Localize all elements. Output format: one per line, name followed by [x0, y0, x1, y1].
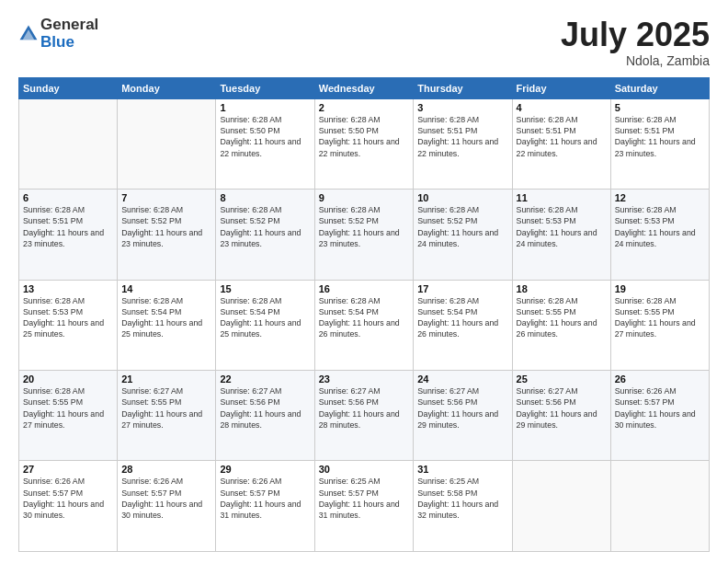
table-row: 28Sunrise: 6:26 AM Sunset: 5:57 PM Dayli…: [118, 461, 216, 552]
day-detail: Sunrise: 6:28 AM Sunset: 5:55 PM Dayligh…: [23, 385, 113, 431]
day-detail: Sunrise: 6:28 AM Sunset: 5:52 PM Dayligh…: [319, 204, 409, 249]
day-number: 7: [121, 192, 211, 203]
day-number: 23: [319, 373, 409, 385]
table-row: [512, 461, 610, 552]
day-detail: Sunrise: 6:28 AM Sunset: 5:55 PM Dayligh…: [615, 295, 705, 340]
col-tuesday: Tuesday: [216, 77, 314, 98]
day-number: 14: [121, 283, 211, 294]
day-number: 11: [517, 192, 607, 203]
table-row: 23Sunrise: 6:27 AM Sunset: 5:56 PM Dayli…: [314, 371, 413, 461]
day-detail: Sunrise: 6:27 AM Sunset: 5:56 PM Dayligh…: [220, 385, 310, 431]
day-detail: Sunrise: 6:28 AM Sunset: 5:54 PM Dayligh…: [417, 295, 507, 340]
day-number: 10: [417, 192, 507, 203]
day-number: 26: [615, 373, 705, 385]
table-row: 13Sunrise: 6:28 AM Sunset: 5:53 PM Dayli…: [19, 280, 118, 370]
day-number: 8: [220, 192, 310, 203]
col-saturday: Saturday: [610, 77, 709, 98]
day-number: 17: [417, 283, 507, 294]
day-detail: Sunrise: 6:26 AM Sunset: 5:57 PM Dayligh…: [615, 385, 705, 431]
table-row: 1Sunrise: 6:28 AM Sunset: 5:50 PM Daylig…: [216, 98, 314, 189]
day-number: 13: [23, 283, 113, 294]
page: General Blue July 2025 Ndola, Zambia Sun…: [0, 0, 728, 563]
day-detail: Sunrise: 6:27 AM Sunset: 5:56 PM Dayligh…: [417, 385, 507, 431]
table-row: 24Sunrise: 6:27 AM Sunset: 5:56 PM Dayli…: [414, 371, 512, 461]
table-row: 9Sunrise: 6:28 AM Sunset: 5:52 PM Daylig…: [314, 190, 413, 280]
table-row: 2Sunrise: 6:28 AM Sunset: 5:50 PM Daylig…: [314, 98, 413, 189]
day-number: 6: [23, 192, 113, 203]
day-detail: Sunrise: 6:28 AM Sunset: 5:52 PM Dayligh…: [121, 204, 211, 249]
table-row: [118, 98, 216, 189]
table-row: 25Sunrise: 6:27 AM Sunset: 5:56 PM Dayli…: [512, 371, 610, 461]
table-row: 16Sunrise: 6:28 AM Sunset: 5:54 PM Dayli…: [314, 280, 413, 370]
col-wednesday: Wednesday: [314, 77, 413, 98]
table-row: 21Sunrise: 6:27 AM Sunset: 5:55 PM Dayli…: [118, 371, 216, 461]
day-detail: Sunrise: 6:28 AM Sunset: 5:54 PM Dayligh…: [319, 295, 409, 340]
calendar-header-row: Sunday Monday Tuesday Wednesday Thursday…: [19, 77, 710, 98]
day-detail: Sunrise: 6:28 AM Sunset: 5:50 PM Dayligh…: [220, 114, 310, 159]
table-row: 7Sunrise: 6:28 AM Sunset: 5:52 PM Daylig…: [118, 190, 216, 280]
table-row: 17Sunrise: 6:28 AM Sunset: 5:54 PM Dayli…: [414, 280, 512, 370]
col-friday: Friday: [512, 77, 610, 98]
table-row: 10Sunrise: 6:28 AM Sunset: 5:52 PM Dayli…: [414, 190, 512, 280]
logo: General Blue: [18, 17, 98, 51]
calendar-table: Sunday Monday Tuesday Wednesday Thursday…: [18, 77, 710, 552]
calendar-week-row: 20Sunrise: 6:28 AM Sunset: 5:55 PM Dayli…: [19, 371, 710, 461]
day-detail: Sunrise: 6:27 AM Sunset: 5:56 PM Dayligh…: [319, 385, 409, 431]
day-number: 16: [319, 283, 409, 294]
day-detail: Sunrise: 6:28 AM Sunset: 5:53 PM Dayligh…: [615, 204, 705, 249]
day-detail: Sunrise: 6:28 AM Sunset: 5:51 PM Dayligh…: [615, 114, 705, 159]
table-row: 8Sunrise: 6:28 AM Sunset: 5:52 PM Daylig…: [216, 190, 314, 280]
table-row: 20Sunrise: 6:28 AM Sunset: 5:55 PM Dayli…: [19, 371, 118, 461]
col-thursday: Thursday: [414, 77, 512, 98]
day-number: 30: [319, 464, 409, 475]
day-number: 27: [23, 464, 113, 475]
day-number: 3: [417, 102, 507, 113]
day-number: 24: [417, 373, 507, 385]
day-number: 2: [319, 102, 409, 113]
day-detail: Sunrise: 6:28 AM Sunset: 5:50 PM Dayligh…: [319, 114, 409, 159]
title-month: July 2025: [561, 17, 710, 53]
table-row: 19Sunrise: 6:28 AM Sunset: 5:55 PM Dayli…: [610, 280, 709, 370]
calendar-week-row: 27Sunrise: 6:26 AM Sunset: 5:57 PM Dayli…: [19, 461, 710, 552]
table-row: 15Sunrise: 6:28 AM Sunset: 5:54 PM Dayli…: [216, 280, 314, 370]
table-row: 22Sunrise: 6:27 AM Sunset: 5:56 PM Dayli…: [216, 371, 314, 461]
table-row: 18Sunrise: 6:28 AM Sunset: 5:55 PM Dayli…: [512, 280, 610, 370]
header: General Blue July 2025 Ndola, Zambia: [18, 17, 710, 68]
day-number: 25: [517, 373, 607, 385]
logo-text: General Blue: [40, 17, 98, 51]
day-detail: Sunrise: 6:28 AM Sunset: 5:51 PM Dayligh…: [517, 114, 607, 159]
day-number: 1: [220, 102, 310, 113]
day-number: 22: [220, 373, 310, 385]
table-row: 6Sunrise: 6:28 AM Sunset: 5:51 PM Daylig…: [19, 190, 118, 280]
day-detail: Sunrise: 6:28 AM Sunset: 5:53 PM Dayligh…: [23, 295, 113, 340]
calendar-week-row: 13Sunrise: 6:28 AM Sunset: 5:53 PM Dayli…: [19, 280, 710, 370]
day-detail: Sunrise: 6:28 AM Sunset: 5:51 PM Dayligh…: [23, 204, 113, 249]
day-detail: Sunrise: 6:25 AM Sunset: 5:58 PM Dayligh…: [417, 476, 507, 521]
table-row: 5Sunrise: 6:28 AM Sunset: 5:51 PM Daylig…: [610, 98, 709, 189]
day-number: 5: [615, 102, 705, 113]
day-number: 18: [517, 283, 607, 294]
table-row: 31Sunrise: 6:25 AM Sunset: 5:58 PM Dayli…: [414, 461, 512, 552]
table-row: 14Sunrise: 6:28 AM Sunset: 5:54 PM Dayli…: [118, 280, 216, 370]
table-row: 3Sunrise: 6:28 AM Sunset: 5:51 PM Daylig…: [414, 98, 512, 189]
day-detail: Sunrise: 6:28 AM Sunset: 5:51 PM Dayligh…: [417, 114, 507, 159]
day-detail: Sunrise: 6:28 AM Sunset: 5:52 PM Dayligh…: [417, 204, 507, 249]
day-number: 15: [220, 283, 310, 294]
day-number: 19: [615, 283, 705, 294]
day-detail: Sunrise: 6:28 AM Sunset: 5:55 PM Dayligh…: [517, 295, 607, 340]
day-number: 9: [319, 192, 409, 203]
day-detail: Sunrise: 6:28 AM Sunset: 5:53 PM Dayligh…: [517, 204, 607, 249]
table-row: 4Sunrise: 6:28 AM Sunset: 5:51 PM Daylig…: [512, 98, 610, 189]
col-sunday: Sunday: [19, 77, 118, 98]
table-row: 11Sunrise: 6:28 AM Sunset: 5:53 PM Dayli…: [512, 190, 610, 280]
day-detail: Sunrise: 6:26 AM Sunset: 5:57 PM Dayligh…: [23, 476, 113, 521]
day-number: 12: [615, 192, 705, 203]
day-detail: Sunrise: 6:26 AM Sunset: 5:57 PM Dayligh…: [220, 476, 310, 521]
logo-blue: Blue: [40, 34, 98, 52]
table-row: [610, 461, 709, 552]
day-number: 21: [121, 373, 211, 385]
day-number: 20: [23, 373, 113, 385]
logo-icon: [18, 24, 39, 44]
day-detail: Sunrise: 6:27 AM Sunset: 5:56 PM Dayligh…: [517, 385, 607, 431]
day-number: 31: [417, 464, 507, 475]
